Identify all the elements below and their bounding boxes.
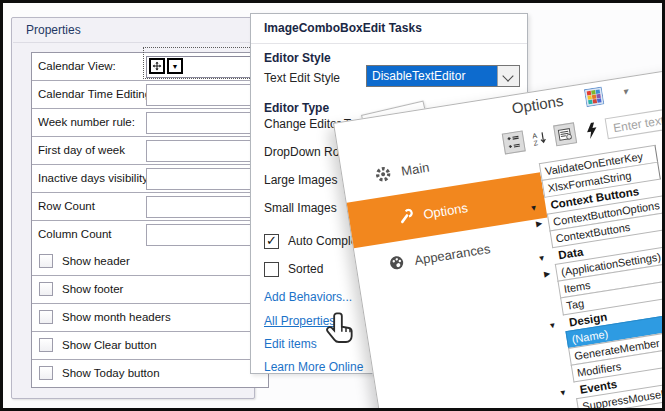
- property-field-label: Week number rule:: [38, 116, 135, 128]
- move-handle-button[interactable]: [149, 58, 165, 74]
- property-field-label: Inactive days visibility: [38, 172, 148, 184]
- property-field-label: Calendar View:: [38, 60, 116, 72]
- task-checkbox-row[interactable]: Sorted: [264, 262, 367, 290]
- events-button[interactable]: [580, 118, 604, 142]
- search-input[interactable]: [605, 85, 665, 139]
- move-cross-icon: [152, 61, 162, 71]
- property-pages-button[interactable]: [553, 122, 577, 146]
- checkbox-label: Show footer: [62, 283, 123, 295]
- property-field-editor[interactable]: [146, 224, 266, 246]
- tasks-panel-title: ImageComboBoxEdit Tasks: [264, 21, 422, 35]
- appearance-grid-icon[interactable]: [584, 87, 605, 108]
- property-field-label: Column Count: [38, 228, 112, 240]
- designer-screenshot: Properties Calendar View:: [0, 0, 665, 411]
- property-field-label: Row Count: [38, 200, 95, 212]
- tasks-title-separator: [251, 43, 527, 44]
- chevron-down-icon[interactable]: [622, 86, 629, 98]
- alphabetical-sort-button[interactable]: A Z: [527, 126, 551, 150]
- checkbox[interactable]: [39, 254, 53, 268]
- checkbox-label: Show month headers: [62, 311, 171, 323]
- properties-title-separator: [13, 42, 253, 43]
- property-field-row[interactable]: Calendar Time Editing:: [32, 81, 268, 109]
- property-checkbox-row[interactable]: Show Today button: [32, 360, 268, 387]
- add-behaviors-link[interactable]: Add Behaviors...: [264, 290, 352, 304]
- chevron-down-icon: [502, 70, 513, 81]
- property-field-editor[interactable]: [146, 112, 266, 134]
- property-field-row[interactable]: Column Count: [32, 221, 268, 248]
- editor-dropdown-button[interactable]: [167, 58, 183, 74]
- property-checkbox-row[interactable]: Show header: [32, 248, 268, 276]
- property-checkbox-row[interactable]: Show footer: [32, 276, 268, 304]
- nav-item-label: Appearances: [413, 241, 491, 268]
- editor-type-heading: Editor Type: [264, 101, 329, 115]
- checkbox[interactable]: [39, 310, 53, 324]
- palette-icon: [387, 254, 405, 272]
- text-edit-style-label: Text Edit Style: [264, 71, 340, 85]
- property-field-row[interactable]: Week number rule:: [32, 109, 268, 137]
- nav-item-label: Main: [400, 159, 430, 178]
- nav-item-label: Options: [422, 200, 469, 222]
- properties-panel-title: Properties: [26, 23, 81, 37]
- learn-more-online-link[interactable]: Learn More Online: [264, 360, 363, 374]
- categorized-icon: [505, 134, 522, 151]
- property-field-editor[interactable]: [146, 84, 266, 106]
- gear-icon: [373, 164, 392, 183]
- editor-inline-buttons: [149, 58, 183, 74]
- dropdown-arrow-icon: [172, 63, 179, 70]
- checkbox-label: Show header: [62, 255, 130, 267]
- properties-panel: Properties Calendar View:: [11, 17, 255, 399]
- property-field-editor[interactable]: [146, 196, 266, 218]
- property-checkbox-row[interactable]: Show Clear button: [32, 332, 268, 360]
- checkbox[interactable]: [39, 338, 53, 352]
- property-field-row[interactable]: Row Count: [32, 193, 268, 221]
- property-checkbox-row[interactable]: Show month headers: [32, 304, 268, 332]
- property-field-row[interactable]: Calendar View:: [32, 53, 268, 81]
- events-lightning-icon: [584, 121, 599, 139]
- text-edit-style-combobox[interactable]: DisableTextEditor: [366, 65, 520, 87]
- sort-az-icon: A Z: [531, 130, 548, 147]
- options-panel-title: Options: [511, 92, 565, 117]
- hand-cursor-icon: [325, 311, 355, 345]
- property-field-row[interactable]: First day of week: [32, 137, 268, 165]
- checkbox[interactable]: [39, 366, 53, 380]
- checkbox-label: Sorted: [288, 262, 323, 276]
- categorized-view-button[interactable]: [502, 130, 526, 154]
- checkbox[interactable]: [264, 262, 279, 277]
- combobox-dropdown-button[interactable]: [497, 66, 519, 86]
- edit-items-link[interactable]: Edit items: [264, 337, 317, 351]
- properties-table: Calendar View:: [31, 52, 269, 388]
- combobox-selected-value: DisableTextEditor: [367, 66, 497, 86]
- property-field-label: Calendar Time Editing:: [38, 88, 154, 100]
- property-field-editor[interactable]: [146, 56, 266, 78]
- checkbox-label: Show Clear button: [62, 339, 157, 351]
- property-field-row[interactable]: Inactive days visibility: [32, 165, 268, 193]
- property-field-editor[interactable]: [146, 140, 266, 162]
- svg-text:Z: Z: [533, 139, 539, 147]
- property-pages-icon: [557, 126, 574, 143]
- property-field-editor[interactable]: [146, 168, 266, 190]
- checkbox-label: Show Today button: [62, 367, 160, 379]
- editor-style-heading: Editor Style: [264, 51, 331, 65]
- checkbox[interactable]: [39, 282, 53, 296]
- wrench-icon: [396, 208, 414, 226]
- checkbox[interactable]: [264, 234, 279, 249]
- property-field-label: First day of week: [38, 144, 125, 156]
